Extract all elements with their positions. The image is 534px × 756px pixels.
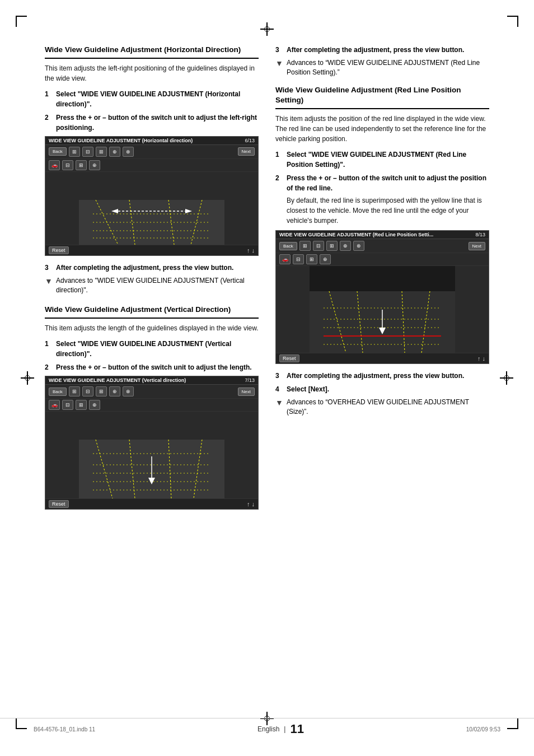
crosshair-left xyxy=(21,371,34,385)
up-icon: ↑ xyxy=(247,247,250,254)
reset-btn2[interactable]: Reset xyxy=(49,500,69,508)
screen-horizontal: WIDE VIEW GUIDELINE ADJUSTMENT (Horizont… xyxy=(45,136,259,256)
nav-icons2: ↑ ↓ xyxy=(247,501,255,507)
up-icon3: ↑ xyxy=(477,355,481,362)
step-num: 3 xyxy=(45,263,54,273)
screen-title2: WIDE VIEW GUIDELINE ADJUSTMENT (Vertical… xyxy=(49,377,186,383)
advance-text2: Advances to “WIDE VIEW GUIDELINE ADJUSTM… xyxy=(287,58,489,77)
section2-title: Wide View Guideline Adjustment (Vertical… xyxy=(45,305,259,319)
right-column: 3 After completing the adjustment, press… xyxy=(275,45,489,520)
icon-btn1: ⊞ xyxy=(69,147,80,157)
back-btn2[interactable]: Back xyxy=(49,388,67,396)
icon-btn22: ⊕ xyxy=(340,241,351,251)
step-text: After completing the adjustment, press t… xyxy=(56,263,259,273)
reset-btn3[interactable]: Reset xyxy=(279,354,299,362)
page: Wide View Guideline Adjustment (Horizont… xyxy=(0,0,534,756)
step1-3: 3 After completing the adjustment, press… xyxy=(45,263,259,273)
icon-btn23: ⊗ xyxy=(353,241,364,251)
down-icon3: ↓ xyxy=(483,355,486,362)
step-text: Press the + or – button of the switch un… xyxy=(56,113,259,133)
step-num: 2 xyxy=(45,113,54,133)
step-num: 3 xyxy=(275,45,284,55)
step-text: Select [Next]. xyxy=(287,384,489,394)
guide-svg xyxy=(45,172,258,245)
back-btn3[interactable]: Back xyxy=(279,242,297,250)
icon-btn18: ⊕ xyxy=(89,400,100,410)
advance-note-right2: Advances to “OVERHEAD VIEW GUIDELINE ADJ… xyxy=(275,398,489,417)
step-sub-desc: By default, the red line is superimposed… xyxy=(287,195,489,226)
icon-btn19: ⊞ xyxy=(299,241,311,251)
icon-btn26: ⊞ xyxy=(306,254,317,264)
step-num: 1 xyxy=(275,150,284,170)
icon-btn17: ⊞ xyxy=(76,400,87,410)
section-vertical: Wide View Guideline Adjustment (Vertical… xyxy=(45,305,259,510)
screen-header: WIDE VIEW GUIDELINE ADJUSTMENT (Horizont… xyxy=(45,137,258,145)
next-btn3[interactable]: Next xyxy=(469,242,485,250)
section3-desc: This item adjusts the position of the re… xyxy=(275,114,489,144)
step-num: 1 xyxy=(45,339,54,359)
next-btn2[interactable]: Next xyxy=(238,388,255,396)
step-content: Press the + or – button of the switch un… xyxy=(287,173,489,226)
screen-vertical: WIDE VIEW GUIDELINE ADJUSTMENT (Vertical… xyxy=(45,376,259,510)
icon-btn8: ⊞ xyxy=(76,160,87,170)
reset-btn[interactable]: Reset xyxy=(49,246,69,254)
screen-page3: 8/13 xyxy=(475,232,485,237)
section1-title: Wide View Guideline Adjustment (Horizont… xyxy=(45,45,259,59)
step3-4: 4 Select [Next]. xyxy=(275,384,489,394)
main-content: Wide View Guideline Adjustment (Horizont… xyxy=(34,45,500,520)
down-icon: ↓ xyxy=(252,247,255,254)
icon-btn13: ⊕ xyxy=(109,386,120,396)
icon-btn4: ⊕ xyxy=(109,147,120,157)
icon-btn24: 🚗 xyxy=(279,254,291,264)
footer-lang-page: English | 11 xyxy=(257,722,304,736)
icon-btn7: ⊟ xyxy=(62,160,73,170)
nav-icons: ↑ ↓ xyxy=(247,247,255,254)
icon-btn12: ⊞ xyxy=(96,386,107,396)
screen-body-vertical xyxy=(45,412,258,498)
step3-3: 3 After completing the adjustment, press… xyxy=(275,371,489,381)
screen-header2: WIDE VIEW GUIDELINE ADJUSTMENT (Vertical… xyxy=(45,376,258,385)
icon-btn9: ⊕ xyxy=(89,160,100,170)
footer-separator: | xyxy=(284,725,285,733)
section2-desc: This item adjusts the length of the guid… xyxy=(45,323,259,333)
icon-btn10: ⊞ xyxy=(69,386,80,396)
step2-2: 2 Press the + or – button of the switch … xyxy=(45,362,259,372)
icon-btn5: ⊗ xyxy=(123,147,134,157)
screen-footer2: Reset ↑ ↓ xyxy=(45,498,258,509)
advance-arrow xyxy=(45,277,53,285)
step-num: 4 xyxy=(275,384,284,394)
advance-note1: Advances to "WIDE VIEW GUIDELINE ADJUSTM… xyxy=(45,276,259,295)
step-num: 2 xyxy=(275,173,284,226)
screen-page2: 7/13 xyxy=(245,377,255,383)
screen-body-horizontal xyxy=(45,172,258,245)
step-num: 2 xyxy=(45,362,54,372)
advance-text3: Advances to “OVERHEAD VIEW GUIDELINE ADJ… xyxy=(287,398,489,417)
icon-btn14: ⊗ xyxy=(123,386,134,396)
screen-page: 6/13 xyxy=(245,138,255,143)
advance-arrow3 xyxy=(275,399,283,407)
step1-1: 1 Select "WIDE VIEW GUIDELINE ADJUSTMENT… xyxy=(45,89,259,109)
screen-body-redline xyxy=(276,266,489,353)
next-btn[interactable]: Next xyxy=(238,147,255,156)
footer-file: B64-4576-18_01.indb 11 xyxy=(34,726,95,732)
footer-datetime: 10/02/09 9:53 xyxy=(466,726,500,732)
bracket-tl xyxy=(16,16,27,27)
footer-page-number: 11 xyxy=(290,722,303,736)
guide-svg2 xyxy=(45,412,258,498)
step-text: After completing the adjustment, press t… xyxy=(287,371,489,381)
icon-btn27: ⊕ xyxy=(320,254,331,264)
advance-arrow2 xyxy=(275,59,283,67)
icon-btn6: 🚗 xyxy=(49,160,60,170)
up-icon2: ↑ xyxy=(247,501,250,507)
back-btn[interactable]: Back xyxy=(49,147,67,156)
step-text: Select "WIDE VIEW GUIDELINE ADJUSTMENT (… xyxy=(287,150,489,170)
screen-toolbar5: Back ⊞ ⊟ ⊞ ⊕ ⊗ Next xyxy=(276,239,489,253)
screen-title3: WIDE VIEW GUIDELINE ADJUSTMENT (Red Line… xyxy=(279,232,433,237)
advance-text: Advances to "WIDE VIEW GUIDELINE ADJUSTM… xyxy=(56,276,259,295)
icon-btn11: ⊟ xyxy=(82,386,93,396)
crosshair-right xyxy=(500,371,513,385)
screen-toolbar6: 🚗 ⊟ ⊞ ⊕ xyxy=(276,253,489,266)
section-horizontal: Wide View Guideline Adjustment (Horizont… xyxy=(45,45,259,295)
screen-header3: WIDE VIEW GUIDELINE ADJUSTMENT (Red Line… xyxy=(276,231,489,239)
screen-toolbar3: Back ⊞ ⊟ ⊞ ⊕ ⊗ Next xyxy=(45,385,258,399)
